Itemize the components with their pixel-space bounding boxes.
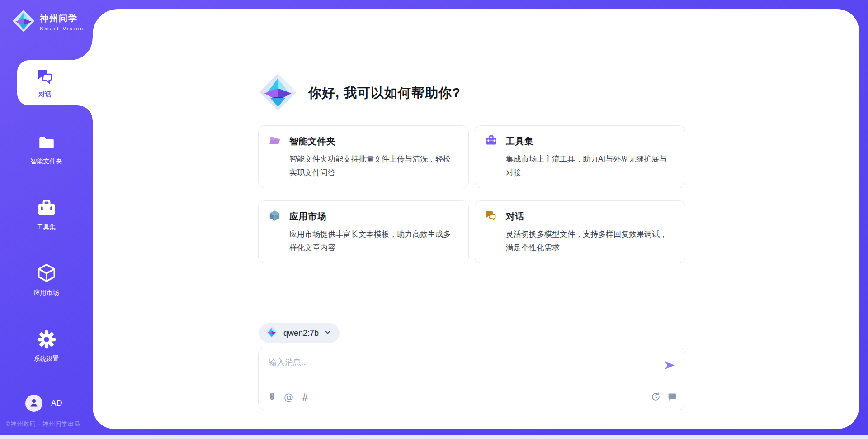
card-description: 集成市场上主流工具，助力AI与外界无缝扩展与对接 [506, 153, 674, 180]
bottom-edge-strip [0, 435, 868, 439]
brand-diamond-icon [265, 326, 278, 340]
open-folder-icon [269, 134, 281, 148]
sidebar-item-toolset[interactable]: 工具集 [0, 198, 93, 232]
sidebar-item-smart-folder[interactable]: 智能文件夹 [0, 133, 93, 166]
card-description: 应用市场提供丰富长文本模板，助力高效生成多样化文章内容 [289, 228, 458, 255]
card-chat[interactable]: 对话 灵活切换多模型文件，支持多样回复效果调试，满足个性化需求 [475, 200, 685, 263]
sidebar-item-label: 智能文件夹 [31, 157, 62, 166]
model-name: qwen2:7b [283, 329, 319, 338]
chat-square-icon [668, 392, 677, 403]
sidebar-item-label: 系统设置 [34, 355, 59, 363]
paperclip-icon [268, 391, 276, 403]
toolbox-icon [485, 134, 497, 148]
sidebar-item-settings[interactable]: 系统设置 [0, 329, 93, 363]
folder-icon [37, 133, 57, 154]
brand-diamond-icon [258, 72, 297, 114]
greeting-block: 你好, 我可以如何帮助你? [258, 72, 461, 114]
at-sign-icon[interactable]: @ [284, 392, 293, 403]
message-input[interactable] [269, 357, 657, 381]
card-title: 应用市场 [289, 210, 326, 223]
feature-cards: 智能文件夹 智能文件夹功能支持批量文件上传与清洗，轻松实现文件问答 [258, 125, 685, 263]
history-icon [651, 392, 660, 403]
attach-file-button[interactable] [268, 391, 276, 403]
card-smart-folder[interactable]: 智能文件夹 智能文件夹功能支持批量文件上传与清洗，轻松实现文件问答 [258, 125, 469, 188]
cube-icon [36, 262, 57, 285]
sidebar-item-label: 对话 [39, 91, 52, 99]
model-selector[interactable]: qwen2:7b [259, 323, 340, 343]
brand-name: 神州问学 [40, 13, 84, 24]
composer-divider [265, 383, 679, 383]
chat-bubbles-icon [485, 210, 497, 224]
cube-icon [269, 210, 281, 224]
card-app-market[interactable]: 应用市场 应用市场提供丰富长文本模板，助力高效生成多样化文章内容 [258, 200, 469, 263]
sidebar: 神州问学 Smart Vision 对话 智能文件夹 [0, 0, 93, 439]
send-icon [663, 366, 676, 373]
avatar [25, 395, 42, 412]
message-composer: @ # [258, 348, 685, 410]
card-description: 灵活切换多模型文件，支持多样回复效果调试，满足个性化需求 [506, 228, 674, 255]
user-account[interactable]: AD [25, 395, 63, 412]
gear-icon [37, 329, 57, 351]
card-title: 智能文件夹 [289, 135, 336, 148]
card-title: 对话 [506, 210, 524, 223]
sidebar-item-label: 工具集 [37, 224, 56, 232]
main-panel: 你好, 我可以如何帮助你? 智能文件夹 智能文件夹功能支持批量文件上传与清洗，轻… [93, 9, 859, 429]
chat-bubbles-icon [36, 67, 55, 87]
card-description: 智能文件夹功能支持批量文件上传与清洗，轻松实现文件问答 [289, 153, 458, 180]
chevron-down-icon [324, 329, 331, 338]
card-title: 工具集 [506, 135, 534, 148]
brand-diamond-icon [12, 9, 35, 34]
sidebar-item-label: 应用市场 [34, 289, 59, 297]
greeting-title: 你好, 我可以如何帮助你? [308, 84, 461, 102]
hash-icon[interactable]: # [301, 392, 309, 403]
user-initials: AD [51, 399, 63, 408]
sidebar-footer-text: ©神州数码 · 神州问学出品 [6, 420, 80, 428]
card-toolset[interactable]: 工具集 集成市场上主流工具，助力AI与外界无缝扩展与对接 [475, 125, 685, 188]
person-icon [28, 397, 39, 410]
history-button[interactable] [651, 392, 660, 403]
new-chat-button[interactable] [668, 392, 677, 403]
brand-logo: 神州问学 Smart Vision [12, 9, 84, 34]
toolbox-icon [36, 198, 57, 220]
brand-subtitle: Smart Vision [40, 26, 84, 31]
send-button[interactable] [663, 359, 676, 372]
sidebar-item-app-market[interactable]: 应用市场 [0, 262, 93, 297]
main-content: 你好, 我可以如何帮助你? 智能文件夹 智能文件夹功能支持批量文件上传与清洗，轻… [258, 9, 685, 429]
sidebar-item-chat[interactable]: 对话 [17, 60, 93, 105]
